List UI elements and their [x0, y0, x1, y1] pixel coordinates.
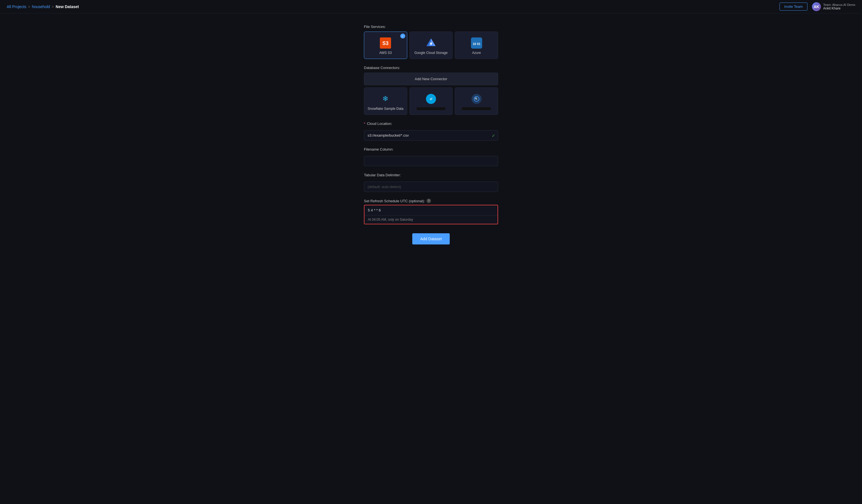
gcs-label: Google Cloud Storage [415, 51, 448, 55]
form-container: File Services: ✓ S3 AWS S3 [364, 25, 498, 244]
user-text: Team: Abacus.AI Demo Ankit Khare [823, 3, 855, 10]
connector-card-snowflake[interactable]: ❄ Snowflake Sample Data [364, 88, 407, 115]
cloud-location-required-star: * [364, 121, 365, 126]
help-icon[interactable]: ? [427, 199, 431, 203]
cloud-location-field: * Cloud Location: ✓ [364, 121, 498, 141]
query-name-redacted [462, 107, 491, 110]
connectors-grid: ❄ Snowflake Sample Data sf [364, 88, 498, 115]
svg-text:S3: S3 [382, 40, 389, 46]
connector-card-salesforce[interactable]: sf [409, 88, 453, 115]
cloud-location-valid-icon: ✓ [492, 133, 495, 138]
avatar: AK [812, 2, 821, 11]
refresh-schedule-input[interactable] [365, 205, 497, 215]
database-connectors-section: Database Connectors: Add New Connector ❄… [364, 66, 498, 115]
salesforce-icon-shape: sf [426, 94, 436, 104]
breadcrumb: All Projects > household > New Dataset [7, 4, 79, 9]
breadcrumb-sep-1: > [28, 4, 30, 9]
selected-check-icon: ✓ [400, 34, 405, 39]
add-dataset-button[interactable]: Add Dataset [412, 233, 449, 244]
user-info: AK Team: Abacus.AI Demo Ankit Khare [812, 2, 855, 11]
refresh-schedule-label: Set Refresh Schedule UTC (optional): [364, 199, 425, 203]
invite-team-button[interactable]: Invite Team [780, 2, 808, 11]
svg-text:≡: ≡ [430, 43, 432, 46]
aws-s3-label: AWS S3 [379, 51, 392, 55]
svg-text:❄: ❄ [382, 94, 389, 103]
db-connectors-label: Database Connectors: [364, 66, 498, 70]
breadcrumb-all-projects[interactable]: All Projects [7, 4, 26, 9]
gcs-icon: ≡ [426, 37, 436, 49]
service-card-azure[interactable]: 10 01 Azure [455, 31, 498, 59]
cloud-location-label-text: Cloud Location: [367, 121, 392, 126]
azure-label: Azure [472, 51, 481, 55]
salesforce-name-redacted [417, 107, 445, 110]
refresh-label-row: Set Refresh Schedule UTC (optional): ? [364, 199, 498, 203]
user-name-label: Ankit Khare [823, 6, 855, 10]
breadcrumb-current: New Dataset [56, 4, 79, 9]
user-team-label: Team: Abacus.AI Demo [823, 3, 855, 6]
cloud-location-input[interactable] [364, 130, 498, 141]
services-grid: ✓ S3 AWS S3 [364, 31, 498, 59]
azure-icon: 10 01 [471, 37, 482, 49]
refresh-schedule-box: At 04:05 AM, only on Saturday [364, 205, 498, 224]
service-card-gcs[interactable]: ≡ Google Cloud Storage [409, 31, 453, 59]
breadcrumb-project[interactable]: household [32, 4, 50, 9]
file-services-section: File Services: ✓ S3 AWS S3 [364, 25, 498, 59]
breadcrumb-sep-2: > [52, 4, 54, 9]
snowflake-icon: ❄ [380, 93, 391, 105]
query-icon-shape: 🔍 [471, 94, 482, 104]
connector-card-query[interactable]: 🔍 [455, 88, 498, 115]
service-card-aws-s3[interactable]: ✓ S3 AWS S3 [364, 31, 407, 59]
filename-column-field: Filename Column: [364, 147, 498, 166]
header: All Projects > household > New Dataset I… [0, 0, 862, 13]
avatar-image: AK [812, 2, 821, 11]
file-services-label: File Services: [364, 25, 498, 29]
main-content: File Services: ✓ S3 AWS S3 [0, 13, 862, 256]
query-icon: 🔍 [471, 93, 482, 105]
add-connector-button[interactable]: Add New Connector [364, 72, 498, 85]
refresh-schedule-hint: At 04:05 AM, only on Saturday [365, 215, 497, 224]
header-right: Invite Team AK Team: Abacus.AI Demo Anki… [780, 2, 855, 11]
salesforce-icon: sf [426, 93, 436, 105]
cloud-location-input-wrapper: ✓ [364, 130, 498, 141]
tabular-delimiter-label: Tabular Data Delimiter: [364, 173, 498, 177]
svg-text:🔍: 🔍 [474, 97, 479, 101]
cloud-location-label: * Cloud Location: [364, 121, 498, 126]
snowflake-label: Snowflake Sample Data [368, 107, 403, 111]
filename-column-label: Filename Column: [364, 147, 498, 151]
refresh-schedule-field: Set Refresh Schedule UTC (optional): ? A… [364, 199, 498, 224]
filename-column-input[interactable] [364, 156, 498, 166]
svg-text:sf: sf [430, 97, 433, 101]
svg-text:10 01: 10 01 [473, 42, 481, 45]
tabular-delimiter-field: Tabular Data Delimiter: [364, 173, 498, 192]
tabular-delimiter-input[interactable] [364, 182, 498, 192]
aws-s3-icon: S3 [380, 37, 391, 49]
